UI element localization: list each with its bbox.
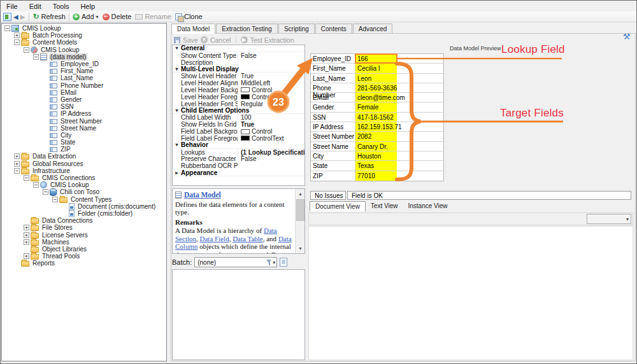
cancel-button[interactable]: Cancel bbox=[210, 36, 231, 44]
property-value[interactable]: False bbox=[238, 155, 304, 162]
chevron-down-icon[interactable]: ▾ bbox=[173, 142, 181, 148]
tree-item-cmis-lookup[interactable]: −CMIS Lookup bbox=[2, 25, 166, 32]
property-value[interactable]: (1 Lookup Specification) bbox=[238, 149, 304, 156]
expand-icon[interactable]: + bbox=[14, 32, 20, 38]
preview-value-cell[interactable]: 281-569-3636 bbox=[355, 83, 443, 92]
property-category-appearance[interactable]: ▸Appearance bbox=[173, 169, 304, 176]
menu-help[interactable]: Help bbox=[75, 2, 101, 11]
tree-item-ip-address[interactable]: IP Address bbox=[2, 110, 166, 117]
property-category-multi-level-display[interactable]: ▾Multi-Level Display bbox=[173, 66, 304, 73]
property-value[interactable]: MiddleLeft bbox=[238, 80, 304, 87]
menu-edit[interactable]: Edit bbox=[24, 2, 47, 11]
property-row-preserve-character-data[interactable]: Preserve Character DataFalse bbox=[173, 156, 304, 163]
property-value[interactable]: 100 bbox=[238, 114, 304, 121]
tree-item-email[interactable]: EMail bbox=[2, 89, 166, 96]
save-button[interactable]: Save bbox=[183, 36, 198, 44]
collapse-icon[interactable]: − bbox=[24, 47, 29, 53]
tree-item-folder-cmis-folder[interactable]: Folder (cmis:folder) bbox=[2, 210, 166, 217]
property-value[interactable]: True bbox=[238, 121, 304, 128]
tree-item-last-name[interactable]: Last_Name bbox=[2, 74, 166, 81]
property-row-lookups[interactable]: Lookups(1 Lookup Specification) bbox=[173, 149, 304, 156]
property-row-show-fields-in-grid[interactable]: Show Fields In GridTrue bbox=[173, 121, 304, 128]
tree-item-phone-number[interactable]: Phone Number bbox=[2, 82, 166, 89]
expand-icon[interactable]: + bbox=[14, 153, 20, 159]
tree-item-zip[interactable]: ZIP bbox=[2, 146, 166, 153]
expand-icon[interactable]: + bbox=[24, 232, 29, 238]
preview-value-cell[interactable]: Female bbox=[355, 102, 443, 111]
property-row-show-content-type[interactable]: Show Content TypeFalse bbox=[173, 52, 304, 59]
help-link-data-table[interactable]: Data Table bbox=[233, 235, 263, 242]
filter-icon[interactable] bbox=[266, 260, 272, 265]
collapse-icon[interactable]: − bbox=[24, 175, 29, 181]
forward-icon[interactable]: ▶ bbox=[20, 13, 25, 21]
property-value[interactable]: Regular bbox=[238, 101, 304, 108]
tab-scripting[interactable]: Scripting bbox=[278, 24, 315, 33]
property-row-level-header-foreground-c[interactable]: Level Header Foreground CControlText bbox=[173, 94, 304, 101]
data-model-help-link[interactable]: Data Model bbox=[184, 191, 221, 199]
property-value[interactable]: False bbox=[238, 52, 304, 59]
tree-item-object-libraries[interactable]: Object Libraries bbox=[2, 246, 166, 253]
delete-button[interactable]: − Delete bbox=[101, 12, 134, 22]
collapse-icon[interactable]: − bbox=[52, 197, 58, 202]
property-row-level-header-font-style[interactable]: Level Header Font StyleRegular bbox=[173, 101, 304, 108]
collapse-icon[interactable]: − bbox=[33, 182, 39, 188]
tree-item-cmis-lookup[interactable]: −CMIS Lookup bbox=[2, 181, 166, 188]
tab-instance-view[interactable]: Instance View bbox=[403, 201, 452, 211]
property-category-child-element-options[interactable]: ▾Child Element Options bbox=[173, 108, 304, 115]
expand-icon[interactable]: + bbox=[24, 239, 29, 245]
property-value[interactable]: True bbox=[238, 73, 304, 80]
tab-document-view[interactable]: Document View bbox=[310, 201, 366, 211]
preview-value-cell[interactable]: Texas bbox=[355, 161, 443, 170]
property-row-rubberband-ocr-profile[interactable]: Rubberband OCR Profile bbox=[173, 162, 304, 169]
collapse-icon[interactable]: − bbox=[33, 54, 39, 60]
preview-value-cell[interactable]: 77010 bbox=[355, 171, 443, 181]
property-row-level-header-alignment[interactable]: Level Header AlignmentMiddleLeft bbox=[173, 80, 304, 87]
clone-button[interactable]: Clone bbox=[173, 12, 204, 22]
chevron-down-icon[interactable]: ▾ bbox=[173, 66, 181, 72]
property-row-child-label-width[interactable]: Child Label Width100 bbox=[173, 114, 304, 121]
refresh-button[interactable]: ↻ Refresh bbox=[31, 12, 68, 22]
open-batch-icon[interactable] bbox=[280, 258, 287, 267]
add-button[interactable]: + Add ▾ bbox=[71, 12, 101, 22]
tree-item-first-name[interactable]: First_Name bbox=[2, 67, 166, 74]
back-icon[interactable]: ◀ bbox=[13, 13, 18, 21]
preview-value-cell[interactable]: 2082 bbox=[355, 132, 443, 141]
collapse-icon[interactable]: − bbox=[14, 168, 20, 174]
chevron-right-icon[interactable]: ▸ bbox=[173, 170, 181, 176]
tree-item-cmis-lookup[interactable]: −CMIS Lookup bbox=[2, 46, 166, 53]
preview-value-cell[interactable]: Canary Dr. bbox=[355, 142, 443, 151]
tree-item-cmis-connections[interactable]: −CMIS Connections bbox=[2, 174, 166, 181]
preview-value-cell[interactable]: Cecilia I bbox=[355, 64, 443, 73]
tools-icon[interactable]: ⚒ bbox=[623, 32, 631, 41]
tree-item-state[interactable]: State bbox=[2, 139, 166, 146]
tree-item-content-models[interactable]: −Content Models bbox=[2, 39, 166, 46]
help-link-data-field[interactable]: Data Field bbox=[200, 235, 229, 242]
property-category-behavior[interactable]: ▾Behavior bbox=[173, 142, 304, 149]
description-scrollbar[interactable]: ▲ ▼ bbox=[295, 189, 304, 253]
property-row-field-label-foreground-c[interactable]: Field Label Foreground CControlText bbox=[173, 135, 304, 142]
tree-item-machines[interactable]: +Machines bbox=[2, 239, 166, 246]
property-row-level-header-background-c[interactable]: Level Header Background CControl bbox=[173, 87, 304, 94]
tab-advanced[interactable]: Advanced bbox=[353, 24, 392, 33]
preview-value-cell[interactable]: Leon bbox=[355, 74, 443, 83]
expand-icon[interactable]: + bbox=[24, 253, 29, 259]
expand-icon[interactable]: + bbox=[14, 161, 20, 167]
document-view-area[interactable] bbox=[308, 226, 633, 360]
tree-item-data-extraction[interactable]: +Data Extraction bbox=[2, 153, 166, 160]
tree-item-reports[interactable]: Reports bbox=[2, 260, 166, 267]
property-row-show-level-header[interactable]: Show Level HeaderTrue bbox=[173, 73, 304, 80]
preview-value-cell[interactable]: 162.159.153.71 bbox=[355, 122, 443, 131]
property-row-description[interactable]: Description bbox=[173, 59, 304, 66]
property-value[interactable]: Control bbox=[238, 128, 304, 135]
tree-item-city[interactable]: City bbox=[2, 132, 166, 139]
property-row-field-label-background-c[interactable]: Field Label Background CControl bbox=[173, 128, 304, 135]
tree-item-data-connections[interactable]: Data Connections bbox=[2, 217, 166, 224]
collapse-icon[interactable]: − bbox=[43, 189, 48, 195]
collapse-icon[interactable]: − bbox=[14, 39, 20, 45]
menu-tools[interactable]: Tools bbox=[47, 2, 75, 11]
scroll-thumb[interactable] bbox=[296, 199, 304, 221]
batch-dropdown[interactable]: (none) ▾ bbox=[194, 257, 277, 267]
tree-item-infrastructure[interactable]: −Infrastructure bbox=[2, 167, 166, 174]
tree-item-street-name[interactable]: Street Name bbox=[2, 125, 166, 132]
chevron-down-icon[interactable]: ▾ bbox=[173, 45, 181, 51]
